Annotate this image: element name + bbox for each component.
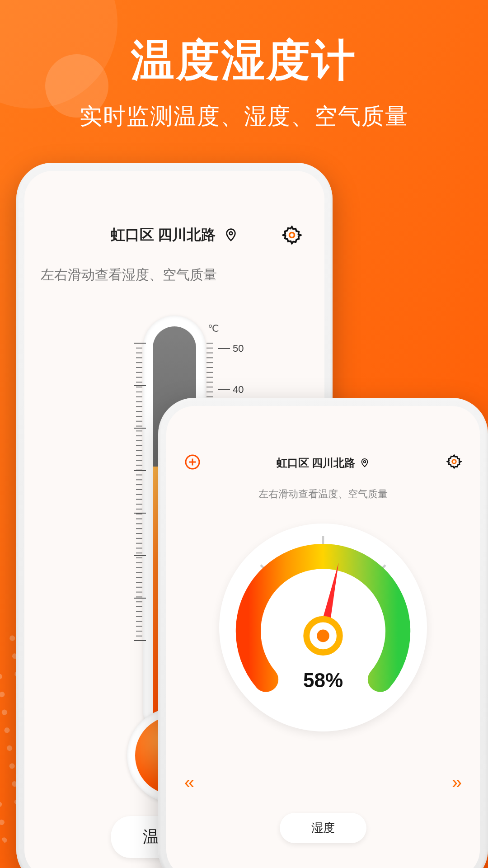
svg-point-0 (230, 232, 233, 235)
gauge-svg (219, 524, 427, 731)
phone-screen-2: 虹口区 四川北路 左右滑动查看温度、空气质量 (166, 406, 480, 868)
location-pin-icon (360, 458, 370, 468)
page-title: 温度湿度计 (0, 32, 488, 90)
location-pin-icon (224, 228, 238, 242)
location-row[interactable]: 虹口区 四川北路 (24, 225, 324, 245)
next-arrow-icon[interactable]: » (452, 772, 462, 793)
page-subtitle: 实时监测温度、湿度、空气质量 (0, 101, 488, 132)
svg-point-14 (317, 630, 329, 642)
swipe-hint-text: 左右滑动查看温度、空气质量 (166, 487, 480, 501)
humidity-gauge[interactable]: 58% (219, 524, 427, 731)
location-text: 虹口区 四川北路 (277, 456, 356, 470)
svg-point-1 (290, 233, 295, 238)
location-text: 虹口区 四川北路 (111, 225, 216, 245)
settings-gear-icon[interactable] (282, 225, 302, 245)
scale-ticks-left (119, 343, 146, 641)
swipe-hint-text: 左右滑动查看湿度、空气质量 (41, 266, 217, 284)
settings-gear-icon[interactable] (446, 454, 462, 469)
swipe-nav: « » (166, 772, 480, 793)
prev-arrow-icon[interactable]: « (184, 772, 194, 793)
phone-mockup-humidity: 虹口区 四川北路 左右滑动查看温度、空气质量 (158, 398, 488, 868)
humidity-pill[interactable]: 湿度 (280, 813, 366, 843)
location-row[interactable]: 虹口区 四川北路 (166, 456, 480, 470)
unit-label: ℃ (208, 323, 219, 335)
humidity-value: 58% (219, 669, 427, 692)
promo-header: 温度湿度计 实时监测温度、湿度、空气质量 (0, 32, 488, 132)
svg-point-4 (452, 460, 456, 464)
svg-point-3 (364, 461, 366, 463)
